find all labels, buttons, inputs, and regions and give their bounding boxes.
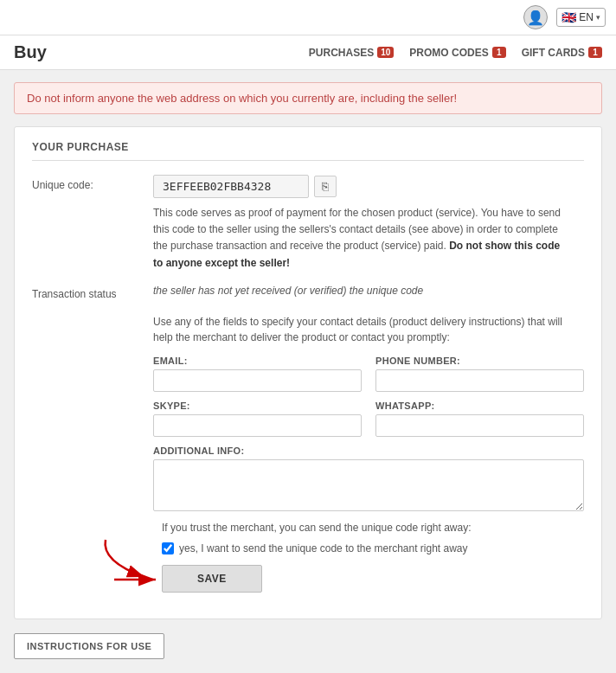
copy-button[interactable]: ⎘ xyxy=(314,176,337,197)
trust-section-wrapper: If you trust the merchant, you can send … xyxy=(153,520,584,593)
alert-banner: Do not inform anyone the web address on … xyxy=(14,82,602,114)
alert-message: Do not inform anyone the web address on … xyxy=(27,92,457,105)
purchases-badge: 10 xyxy=(377,47,394,58)
whatsapp-field-group: WHATSAPP: xyxy=(375,401,584,437)
instructions-label: INSTRUCTIONS FOR USE xyxy=(27,641,151,651)
additional-info-group: ADDITIONAL INFO: xyxy=(153,445,584,511)
nav-link-purchases[interactable]: PURCHASES 10 xyxy=(309,47,394,59)
contact-section-row: Use any of the fields to specify your co… xyxy=(32,314,584,593)
checkbox-row: yes, I want to send the unique code to t… xyxy=(162,542,584,554)
main-content: Do not inform anyone the web address on … xyxy=(0,70,616,671)
code-description: This code serves as proof of payment for… xyxy=(153,205,568,272)
unique-code-label: Unique code: xyxy=(32,175,153,272)
phone-field-group: PHONE NUMBER: xyxy=(375,356,584,392)
nav-link-gift-cards[interactable]: GIFT CARDS 1 xyxy=(522,47,602,59)
transaction-status-value: the seller has not yet received (or veri… xyxy=(153,285,423,297)
email-label: EMAIL: xyxy=(153,356,362,366)
skype-label: SKYPE: xyxy=(153,401,362,411)
email-field-group: EMAIL: xyxy=(153,356,362,392)
contact-label-empty xyxy=(32,314,153,593)
section-title: YOUR PURCHASE xyxy=(32,141,584,161)
gift-cards-badge: 1 xyxy=(588,47,602,58)
phone-label: PHONE NUMBER: xyxy=(375,356,584,366)
unique-code-value-col: 3EFFEEB02FBB4328 ⎘ This code serves as p… xyxy=(153,175,584,272)
trust-text: If you trust the merchant, you can send … xyxy=(162,520,584,535)
whatsapp-input[interactable] xyxy=(375,414,584,437)
purchase-card: YOUR PURCHASE Unique code: 3EFFEEB02FBB4… xyxy=(14,126,602,619)
contact-section-col: Use any of the fields to specify your co… xyxy=(153,314,584,593)
promo-codes-label: PROMO CODES xyxy=(409,47,488,59)
whatsapp-label: WHATSAPP: xyxy=(375,401,584,411)
user-icon: 👤 xyxy=(523,5,548,29)
transaction-status-row: Transaction status the seller has not ye… xyxy=(32,284,584,302)
skype-input[interactable] xyxy=(153,414,362,437)
phone-input[interactable] xyxy=(375,369,584,392)
promo-codes-badge: 1 xyxy=(492,47,506,58)
instructions-button[interactable]: INSTRUCTIONS FOR USE xyxy=(14,633,164,659)
code-desc-bold: Do not show this code to anyone except t… xyxy=(153,240,560,268)
purchases-label: PURCHASES xyxy=(309,47,374,59)
page-title: Buy xyxy=(14,42,309,62)
additional-info-label: ADDITIONAL INFO: xyxy=(153,445,584,456)
nav-link-promo-codes[interactable]: PROMO CODES 1 xyxy=(409,47,505,59)
nav-links: PURCHASES 10 PROMO CODES 1 GIFT CARDS 1 xyxy=(309,47,602,59)
send-code-checkbox[interactable] xyxy=(162,542,174,554)
transaction-status-label: Transaction status xyxy=(32,284,153,302)
additional-info-input[interactable] xyxy=(153,459,584,511)
chevron-down-icon: ▾ xyxy=(596,13,600,22)
contact-description: Use any of the fields to specify your co… xyxy=(153,314,584,345)
gift-cards-label: GIFT CARDS xyxy=(522,47,585,59)
copy-icon: ⎘ xyxy=(322,180,329,193)
top-bar: 👤 🇬🇧 EN ▾ xyxy=(0,0,616,35)
email-input[interactable] xyxy=(153,369,362,392)
unique-code-row: Unique code: 3EFFEEB02FBB4328 ⎘ This cod… xyxy=(32,175,584,272)
language-selector[interactable]: 🇬🇧 EN ▾ xyxy=(556,8,606,27)
checkbox-label[interactable]: yes, I want to send the unique code to t… xyxy=(179,542,468,554)
user-icon-wrap[interactable]: 👤 xyxy=(523,5,548,29)
transaction-status-value-col: the seller has not yet received (or veri… xyxy=(153,284,584,302)
flag-icon: 🇬🇧 xyxy=(561,10,576,24)
unique-code-display: 3EFFEEB02FBB4328 xyxy=(153,175,309,198)
header-bar: Buy PURCHASES 10 PROMO CODES 1 GIFT CARD… xyxy=(0,35,616,70)
contact-fields-grid: EMAIL: PHONE NUMBER: SKYPE: WHATSAPP: xyxy=(153,356,584,437)
save-button[interactable]: SAVE xyxy=(162,565,262,593)
save-label: SAVE xyxy=(197,573,227,585)
code-box: 3EFFEEB02FBB4328 ⎘ xyxy=(153,175,584,198)
skype-field-group: SKYPE: xyxy=(153,401,362,437)
save-section: SAVE xyxy=(162,565,262,593)
lang-label: EN xyxy=(579,11,594,23)
